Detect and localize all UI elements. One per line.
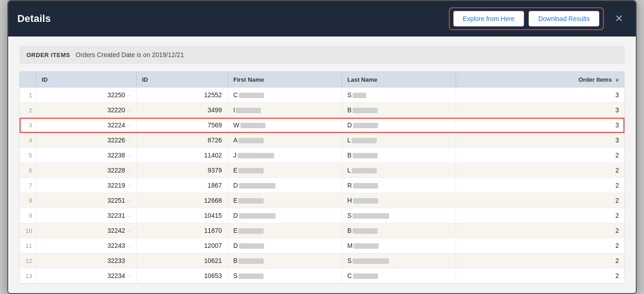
cell-firstname: S: [228, 268, 342, 284]
cell-id2: 10415: [136, 208, 228, 223]
modal-header: Details Explore from Here Download Resul…: [8, 1, 636, 37]
table-row[interactable]: 632228···9379EL2: [20, 163, 624, 178]
cell-id1: 32243···: [36, 238, 136, 253]
cell-id2: 8726: [136, 133, 228, 148]
cell-orderitems: 2: [456, 148, 624, 163]
cell-orderitems: 2: [456, 268, 624, 284]
cell-rownum: 1: [20, 88, 36, 103]
table-header-row: ID ID First Name Last Name Order Items ∨: [20, 72, 624, 88]
cell-firstname: W: [228, 118, 342, 133]
cell-lastname: D: [342, 118, 456, 133]
cell-id2: 7569: [136, 118, 228, 133]
cell-rownum: 10: [20, 223, 36, 238]
cell-firstname: J: [228, 148, 342, 163]
col-header-firstname: First Name: [228, 72, 342, 88]
cell-orderitems: 2: [456, 163, 624, 178]
sort-arrow-icon: ∨: [615, 77, 619, 83]
cell-orderitems: 2: [456, 238, 624, 253]
cell-orderitems: 3: [456, 133, 624, 148]
cell-id1: 32231···: [36, 208, 136, 223]
close-button[interactable]: ✕: [611, 12, 627, 26]
cell-id1: 32242···: [36, 223, 136, 238]
cell-rownum: 13: [20, 268, 36, 284]
cell-id1: 32250···: [36, 88, 136, 103]
cell-rownum: 3: [20, 118, 36, 133]
cell-id2: 12552: [136, 88, 228, 103]
cell-id2: 10653: [136, 268, 228, 284]
cell-orderitems: 3: [456, 103, 624, 118]
cell-lastname: L: [342, 163, 456, 178]
table-row[interactable]: 532238···11402JB2: [20, 148, 624, 163]
cell-firstname: B: [228, 253, 342, 268]
cell-lastname: C: [342, 268, 456, 284]
table-row[interactable]: 1032242···11870EB2: [20, 223, 624, 238]
cell-firstname: E: [228, 223, 342, 238]
table-row[interactable]: 932231···10415DS2: [20, 208, 624, 223]
cell-lastname: B: [342, 223, 456, 238]
table-row[interactable]: 232220···3499IB3: [20, 103, 624, 118]
header-actions-group: Explore from Here Download Results: [449, 7, 604, 30]
table-row[interactable]: 1332234···10653SC2: [20, 268, 624, 284]
cell-rownum: 2: [20, 103, 36, 118]
cell-id1: 32251···: [36, 193, 136, 208]
cell-lastname: S: [342, 208, 456, 223]
cell-id1: 32224···: [36, 118, 136, 133]
cell-orderitems: 3: [456, 118, 624, 133]
cell-orderitems: 2: [456, 178, 624, 193]
cell-orderitems: 2: [456, 253, 624, 268]
cell-id2: 12007: [136, 238, 228, 253]
cell-orderitems: 3: [456, 88, 624, 103]
cell-id1: 32238···: [36, 148, 136, 163]
col-header-orderitems[interactable]: Order Items ∨: [456, 72, 624, 88]
cell-id2: 11402: [136, 148, 228, 163]
cell-lastname: M: [342, 238, 456, 253]
cell-lastname: S: [342, 88, 456, 103]
cell-id2: 10621: [136, 253, 228, 268]
col-header-id2: ID: [136, 72, 228, 88]
modal: Details Explore from Here Download Resul…: [7, 0, 637, 294]
table-row[interactable]: 1132243···12007DM2: [20, 238, 624, 253]
cell-firstname: I: [228, 103, 342, 118]
filter-bar: ORDER ITEMS Orders Created Date is on 20…: [19, 46, 625, 64]
cell-lastname: R: [342, 178, 456, 193]
cell-firstname: E: [228, 193, 342, 208]
cell-lastname: S: [342, 253, 456, 268]
table-row[interactable]: 132250···12552CS3: [20, 88, 624, 103]
table-row[interactable]: 1232233···10621BS2: [20, 253, 624, 268]
cell-firstname: C: [228, 88, 342, 103]
download-results-button[interactable]: Download Results: [529, 11, 599, 26]
cell-rownum: 12: [20, 253, 36, 268]
modal-body: ORDER ITEMS Orders Created Date is on 20…: [8, 37, 636, 293]
table-row[interactable]: 732219···1867DR2: [20, 178, 624, 193]
filter-label: ORDER ITEMS: [26, 52, 70, 58]
cell-rownum: 6: [20, 163, 36, 178]
cell-orderitems: 2: [456, 193, 624, 208]
table-row[interactable]: 832251···12668EH2: [20, 193, 624, 208]
cell-lastname: B: [342, 148, 456, 163]
cell-orderitems: 2: [456, 208, 624, 223]
cell-id1: 32220···: [36, 103, 136, 118]
cell-id1: 32228···: [36, 163, 136, 178]
cell-id2: 3499: [136, 103, 228, 118]
col-header-id1: ID: [36, 72, 136, 88]
cell-rownum: 7: [20, 178, 36, 193]
cell-id2: 12668: [136, 193, 228, 208]
cell-firstname: A: [228, 133, 342, 148]
cell-rownum: 11: [20, 238, 36, 253]
table-row[interactable]: 332224···7569WD3: [20, 118, 624, 133]
cell-id1: 32233···: [36, 253, 136, 268]
table-row[interactable]: 432226···8726AL3: [20, 133, 624, 148]
cell-rownum: 9: [20, 208, 36, 223]
cell-rownum: 4: [20, 133, 36, 148]
cell-lastname: L: [342, 133, 456, 148]
filter-description: Orders Created Date is on 2019/12/21: [76, 51, 184, 58]
results-table: ID ID First Name Last Name Order Items ∨…: [20, 72, 624, 284]
explore-from-here-button[interactable]: Explore from Here: [453, 11, 525, 26]
results-table-wrapper: ID ID First Name Last Name Order Items ∨…: [19, 71, 625, 284]
cell-rownum: 8: [20, 193, 36, 208]
col-header-rownum: [20, 72, 36, 88]
cell-firstname: D: [228, 208, 342, 223]
cell-id2: 1867: [136, 178, 228, 193]
cell-orderitems: 2: [456, 223, 624, 238]
cell-id2: 9379: [136, 163, 228, 178]
